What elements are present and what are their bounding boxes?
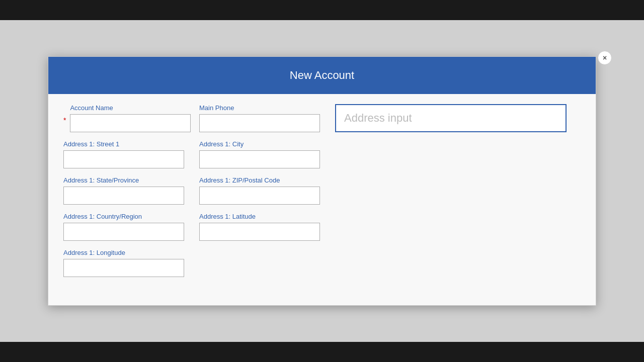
- modal-body: * Account Name Main Phone Address 1: Str…: [48, 94, 596, 305]
- main-phone-label: Main Phone: [199, 104, 320, 112]
- state-label: Address 1: State/Province: [63, 176, 184, 184]
- longitude-label: Address 1: Longitude: [63, 249, 184, 256]
- form-row-1: * Account Name Main Phone: [63, 104, 581, 132]
- street1-input[interactable]: [63, 150, 184, 168]
- state-group: Address 1: State/Province: [63, 176, 184, 205]
- form-row-4: Address 1: Country/Region Address 1: Lat…: [63, 213, 581, 241]
- required-indicator: *: [63, 116, 66, 124]
- close-button[interactable]: ×: [598, 51, 612, 65]
- longitude-input[interactable]: [63, 259, 184, 277]
- modal-title: New Account: [290, 69, 354, 82]
- main-phone-group: Main Phone: [199, 104, 320, 132]
- form-row-5: Address 1: Longitude: [63, 249, 581, 277]
- city-group: Address 1: City: [199, 140, 320, 168]
- address-input-field[interactable]: [335, 104, 567, 132]
- country-group: Address 1: Country/Region: [63, 213, 184, 241]
- account-name-label: Account Name: [70, 104, 191, 112]
- top-taskbar: [0, 0, 644, 20]
- main-phone-input[interactable]: [199, 114, 320, 132]
- zip-input[interactable]: [199, 187, 320, 205]
- latitude-group: Address 1: Latitude: [199, 213, 320, 241]
- longitude-group: Address 1: Longitude: [63, 249, 184, 277]
- street1-group: Address 1: Street 1: [63, 140, 184, 168]
- account-name-group-wrapper: * Account Name: [63, 104, 184, 132]
- street1-label: Address 1: Street 1: [63, 140, 184, 148]
- form-row-2: Address 1: Street 1 Address 1: City: [63, 140, 581, 168]
- bottom-taskbar: [0, 342, 644, 362]
- modal-header: New Account ×: [48, 57, 596, 94]
- zip-label: Address 1: ZIP/Postal Code: [199, 176, 320, 184]
- city-label: Address 1: City: [199, 140, 320, 148]
- latitude-input[interactable]: [199, 223, 320, 241]
- country-label: Address 1: Country/Region: [63, 213, 184, 220]
- form-row-3: Address 1: State/Province Address 1: ZIP…: [63, 176, 581, 205]
- account-name-input[interactable]: [70, 114, 191, 132]
- address-input-group: [335, 104, 567, 132]
- new-account-modal: New Account × * Account Name Main Phone: [48, 56, 596, 306]
- latitude-label: Address 1: Latitude: [199, 213, 320, 220]
- zip-group: Address 1: ZIP/Postal Code: [199, 176, 320, 205]
- city-input[interactable]: [199, 150, 320, 168]
- account-name-group: Account Name: [70, 104, 191, 132]
- state-input[interactable]: [63, 187, 184, 205]
- country-input[interactable]: [63, 223, 184, 241]
